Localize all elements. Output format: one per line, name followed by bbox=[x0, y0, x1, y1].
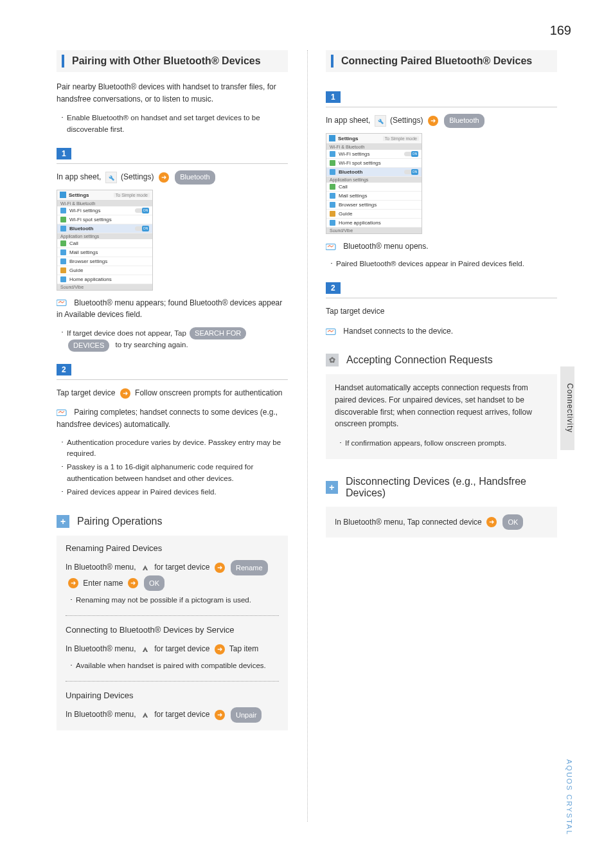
arrow-icon: ➜ bbox=[215, 710, 225, 720]
bullet-dot-icon: ･ bbox=[69, 660, 73, 672]
mail-icon bbox=[330, 193, 335, 199]
browser-icon bbox=[60, 258, 66, 264]
toggle-icon: ON bbox=[135, 208, 149, 213]
step1-settings: (Settings) bbox=[121, 172, 154, 181]
mini-row-browser: Browser settings bbox=[57, 257, 152, 266]
section-title-text: Pairing with Other Bluetooth® Devices bbox=[72, 55, 261, 67]
note2-text: Pairing completes; handset connects to s… bbox=[57, 408, 278, 429]
step-1-badge: 1 bbox=[57, 148, 71, 159]
step-1-row: In app sheet, (Settings) ➜ Bluetooth bbox=[57, 170, 288, 185]
mini-row-wifispot: Wi-Fi spot settings bbox=[326, 159, 422, 168]
note2-b3-text: Paired devices appear in Paired devices … bbox=[67, 487, 217, 498]
mini-cat-wifi: Wi-Fi & Bluetooth bbox=[57, 201, 152, 206]
gear-icon bbox=[329, 135, 335, 141]
mini-row-bluetooth: BluetoothON bbox=[57, 224, 152, 233]
unpair-pill: Unpair bbox=[231, 707, 262, 723]
wifi-icon bbox=[60, 208, 66, 213]
settings-icon bbox=[375, 115, 386, 127]
toggle-icon: ON bbox=[404, 169, 418, 175]
long-press-icon bbox=[140, 563, 150, 573]
disconnecting-text: Disconnecting Devices (e.g., Handsfree D… bbox=[346, 476, 557, 499]
disconnecting-card: In Bluetooth® menu, Tap connected device… bbox=[326, 507, 557, 538]
mini-cat-sound: Sound/Vibe bbox=[57, 284, 152, 290]
bluetooth-pill: Bluetooth bbox=[175, 170, 215, 185]
acc-bullet-text: If confirmation appears, follow onscreen… bbox=[345, 438, 506, 449]
arrow-icon: ➜ bbox=[120, 388, 130, 399]
mini-call-label: Call bbox=[339, 184, 418, 190]
mini-row-wifispot: Wi-Fi spot settings bbox=[57, 215, 152, 224]
plus-icon: + bbox=[57, 515, 69, 528]
ops3-b: for target device bbox=[154, 710, 209, 719]
mini-wifispot-label: Wi-Fi spot settings bbox=[339, 160, 418, 166]
arrow-icon: ➜ bbox=[68, 578, 78, 588]
mini-mail-label: Mail settings bbox=[69, 249, 149, 255]
disc-text: In Bluetooth® menu, Tap connected device bbox=[335, 518, 482, 527]
step-1-badge-r: 1 bbox=[326, 91, 341, 103]
note-2: Pairing completes; handset connects to s… bbox=[57, 406, 288, 430]
ops1-b: for target device bbox=[154, 563, 209, 572]
mini-row-browser: Browser settings bbox=[326, 201, 422, 210]
step-rule bbox=[57, 379, 288, 380]
bullet-dot-icon: ･ bbox=[60, 437, 64, 460]
dashed-separator bbox=[66, 681, 279, 682]
arrow-icon: ➜ bbox=[486, 517, 497, 527]
bluetooth-pill: Bluetooth bbox=[444, 114, 484, 128]
mini-simple-mode: To Simple mode bbox=[383, 136, 419, 141]
ops2-b: for target device bbox=[154, 644, 209, 653]
dashed-separator bbox=[66, 615, 279, 616]
mini-cat-app: Application settings bbox=[57, 233, 152, 239]
settings-screenshot: Settings To Simple mode Wi-Fi & Bluetoot… bbox=[57, 190, 153, 291]
mini-wifispot-label: Wi-Fi spot settings bbox=[69, 217, 149, 222]
mini-guide-label: Guide bbox=[339, 211, 418, 217]
ok-pill: OK bbox=[144, 575, 164, 591]
step-rule bbox=[57, 163, 288, 164]
result-icon bbox=[57, 298, 68, 307]
ops2-c: Tap item bbox=[229, 644, 258, 653]
title-bar-icon bbox=[331, 55, 333, 68]
note1-bullet-a: If target device does not appear, Tap bbox=[67, 329, 186, 336]
intro-text: Pair nearby Bluetooth® devices with hand… bbox=[57, 81, 288, 105]
note1-r-bullet: ･Paired Bluetooth® devices appear in Pai… bbox=[330, 258, 557, 270]
settings-screenshot: Settings To Simple mode Wi-Fi & Bluetoot… bbox=[326, 133, 422, 234]
mini-row-mail: Mail settings bbox=[326, 192, 422, 201]
note1-r-text: Bluetooth® menu opens. bbox=[343, 242, 428, 251]
page-number: 169 bbox=[550, 23, 571, 38]
note2-bullet-1: ･Authentication procedure varies by devi… bbox=[60, 437, 288, 460]
footer-brand: AQUOS CRYSTAL bbox=[565, 759, 573, 836]
disconnecting-title: + Disconnecting Devices (e.g., Handsfree… bbox=[326, 476, 557, 499]
mini-row-mail: Mail settings bbox=[57, 248, 152, 257]
result-icon bbox=[326, 242, 337, 251]
ops1-title: Renaming Paired Devices bbox=[66, 543, 279, 553]
accept-requests-title: ✿ Accepting Connection Requests bbox=[326, 354, 557, 366]
accept-requests-card: Handset automatically accepts connection… bbox=[326, 374, 557, 458]
home-icon bbox=[330, 220, 335, 226]
mail-icon bbox=[60, 249, 66, 255]
bullet-dot-icon: ･ bbox=[60, 113, 64, 136]
wifi-icon bbox=[330, 151, 335, 157]
mini-row-wifi: Wi-Fi settingsON bbox=[326, 150, 422, 159]
ops2-title: Connecting to Bluetooth® Devices by Serv… bbox=[66, 625, 279, 635]
note2-bullet-3: ･Paired devices appear in Paired devices… bbox=[60, 487, 288, 498]
ops1-row: In Bluetooth® menu, for target device ➜ … bbox=[66, 559, 279, 592]
step1-prefix: In app sheet, bbox=[57, 172, 101, 181]
bullet-dot-icon: ･ bbox=[60, 462, 64, 485]
step-2-row-r: Tap target device bbox=[326, 305, 557, 319]
wifispot-icon bbox=[60, 217, 66, 222]
mini-row-guide: Guide bbox=[326, 210, 422, 219]
disc-row: In Bluetooth® menu, Tap connected device… bbox=[335, 514, 548, 530]
long-press-icon bbox=[140, 644, 150, 655]
mini-simple-mode: To Simple mode bbox=[114, 193, 150, 197]
svg-rect-3 bbox=[326, 329, 335, 334]
svg-rect-0 bbox=[57, 300, 66, 306]
side-tab-connectivity: Connectivity bbox=[560, 366, 574, 450]
mini-home-label: Home applications bbox=[69, 276, 149, 282]
step-2-row: Tap target device ➜ Follow onscreen prom… bbox=[57, 386, 288, 401]
step2-text-a: Tap target device bbox=[57, 388, 115, 397]
note2-b2-text: Passkey is a 1 to 16-digit alphanumeric … bbox=[67, 462, 288, 485]
mini-cat-sound: Sound/Vibe bbox=[326, 228, 422, 233]
arrow-icon: ➜ bbox=[215, 644, 225, 655]
cog-icon: ✿ bbox=[326, 354, 339, 366]
left-column: Pairing with Other Bluetooth® Devices Pa… bbox=[57, 50, 288, 822]
step1-settings-r: (Settings) bbox=[390, 116, 423, 125]
mini-row-home: Home applications bbox=[326, 219, 422, 228]
